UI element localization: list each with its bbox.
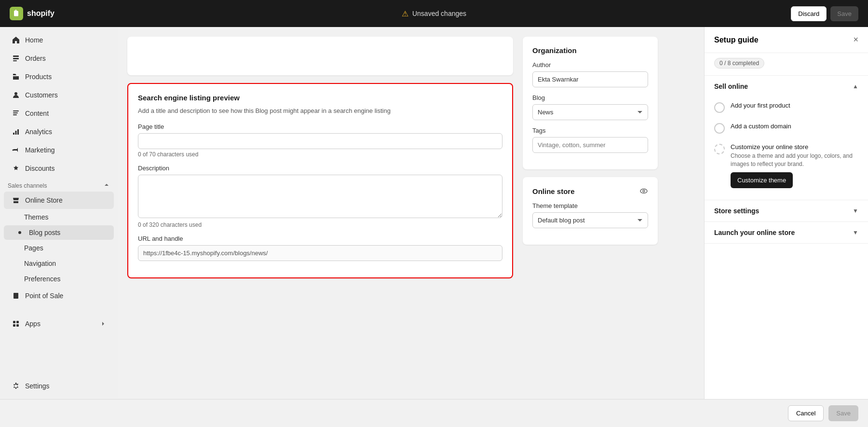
tags-group: Tags [532,127,648,153]
sidebar: Home Orders Products Customers Content [0,27,118,399]
author-label: Author [532,61,648,69]
description-label: Description [138,165,502,172]
topbar-actions: Discard Save [791,6,858,21]
setup-item-title-customize-store: Customize your online store [731,143,858,151]
topbar: shopify ⚠ Unsaved changes Discard Save [0,0,868,27]
unsaved-changes-label: Unsaved changes [412,10,466,17]
sidebar-sub-item-preferences[interactable]: Preferences [4,272,114,286]
analytics-icon [12,127,20,136]
setup-guide-title: Setup guide [714,36,759,44]
cancel-button[interactable]: Cancel [788,405,824,421]
sidebar-item-settings[interactable]: Settings [4,377,114,395]
url-handle-value: https://1fbe4c-15.myshopify.com/blogs/ne… [138,245,502,261]
page-title-label: Page title [138,123,502,130]
right-column: Organization Author Blog News Blog Tags [523,37,658,278]
sidebar-item-marketing[interactable]: Marketing [4,141,114,159]
blog-group: Blog News Blog [532,94,648,120]
setup-item-content-custom-domain: Add a custom domain [731,123,858,131]
store-settings-section: Store settings ▼ [705,200,868,222]
warning-icon: ⚠ [402,9,408,18]
sidebar-item-point-of-sale[interactable]: Point of Sale [4,287,114,304]
svg-rect-7 [13,133,14,135]
sidebar-item-orders[interactable]: Orders [4,50,114,67]
launch-store-label: Launch your online store [714,229,795,236]
save-button[interactable]: Save [830,6,858,21]
discounts-icon [12,164,20,173]
url-handle-label: URL and handle [138,235,502,242]
organization-title: Organization [532,46,648,55]
svg-rect-12 [14,296,17,297]
sidebar-item-apps[interactable]: Apps [4,315,114,332]
setup-guide-close-button[interactable]: × [853,35,858,45]
theme-template-select[interactable]: Default blog post Custom [532,212,648,228]
svg-rect-4 [13,110,19,111]
author-input[interactable] [532,71,648,87]
customize-theme-button[interactable]: Customize theme [731,172,793,188]
launch-store-header[interactable]: Launch your online store ▼ [705,222,868,243]
home-icon [12,36,20,44]
svg-rect-11 [14,293,18,299]
launch-store-chevron-icon: ▼ [853,229,858,236]
sell-online-items: Add your first product Add a custom doma… [705,97,868,200]
sidebar-item-content[interactable]: Content [4,105,114,122]
description-textarea[interactable] [138,175,502,218]
organization-card: Organization Author Blog News Blog Tags [523,37,658,169]
products-icon [12,72,20,81]
svg-rect-6 [13,114,17,115]
sidebar-item-discounts[interactable]: Discounts [4,160,114,177]
svg-rect-13 [14,297,16,298]
blog-select[interactable]: News Blog [532,104,648,120]
tags-input[interactable] [532,137,648,153]
sidebar-sub-item-blog-posts[interactable]: Blog posts [4,225,114,240]
sidebar-item-customers[interactable]: Customers [4,86,114,104]
bottom-save-button[interactable]: Save [828,405,858,421]
sidebar-sub-item-themes[interactable]: Themes [4,210,114,224]
svg-point-3 [14,92,17,95]
store-settings-header[interactable]: Store settings ▼ [705,200,868,221]
content-icon [12,109,20,118]
orders-icon [12,54,20,63]
discard-button[interactable]: Discard [791,6,827,21]
svg-rect-0 [13,55,19,57]
svg-rect-8 [15,131,17,135]
description-char-count: 0 of 320 characters used [138,221,502,228]
setup-guide-panel: Setup guide × 0 / 8 completed Sell onlin… [704,27,868,399]
setup-item-title-custom-domain: Add a custom domain [731,123,858,130]
eye-icon[interactable] [639,187,648,195]
url-handle-group: URL and handle https://1fbe4c-15.myshopi… [138,235,502,261]
setup-item-circle-first-product [714,102,725,113]
sell-online-label: Sell online [714,83,748,90]
description-group: Description 0 of 320 characters used [138,165,502,228]
svg-rect-14 [13,321,15,323]
svg-point-19 [643,190,645,192]
setup-item-custom-domain: Add a custom domain [714,118,858,138]
sidebar-item-analytics[interactable]: Analytics [4,123,114,140]
sales-channels-section: Sales channels [0,178,118,191]
sell-online-header[interactable]: Sell online ▲ [705,76,868,97]
sidebar-item-online-store[interactable]: Online Store [4,192,114,209]
sell-online-chevron-icon: ▲ [853,83,858,90]
store-settings-label: Store settings [714,207,759,215]
svg-rect-9 [17,129,19,135]
online-store-header: Online store [532,187,648,195]
seo-card-description: Add a title and description to see how t… [138,107,502,115]
progress-badge: 0 / 8 completed [714,58,764,69]
author-group: Author [532,61,648,87]
online-store-card: Online store Theme template Default blog… [523,177,658,245]
page-title-char-count: 0 of 70 characters used [138,151,502,158]
setup-item-content-first-product: Add your first product [731,102,858,110]
content-wrapper: Search engine listing preview Add a titl… [127,37,658,278]
page-title-input[interactable] [138,133,502,149]
sidebar-sub-item-navigation[interactable]: Navigation [4,256,114,271]
sidebar-item-products[interactable]: Products [4,68,114,85]
customers-icon [12,91,20,99]
setup-item-title-first-product: Add your first product [731,102,858,109]
sidebar-item-home[interactable]: Home [4,31,114,49]
theme-template-group: Theme template Default blog post Custom [532,202,648,228]
launch-store-section: Launch your online store ▼ [705,222,868,244]
left-column: Search engine listing preview Add a titl… [127,37,513,278]
online-store-title: Online store [532,187,575,195]
unsaved-changes-indicator: ⚠ Unsaved changes [402,9,466,18]
sidebar-sub-item-pages[interactable]: Pages [4,241,114,255]
setup-item-circle-custom-domain [714,123,725,134]
